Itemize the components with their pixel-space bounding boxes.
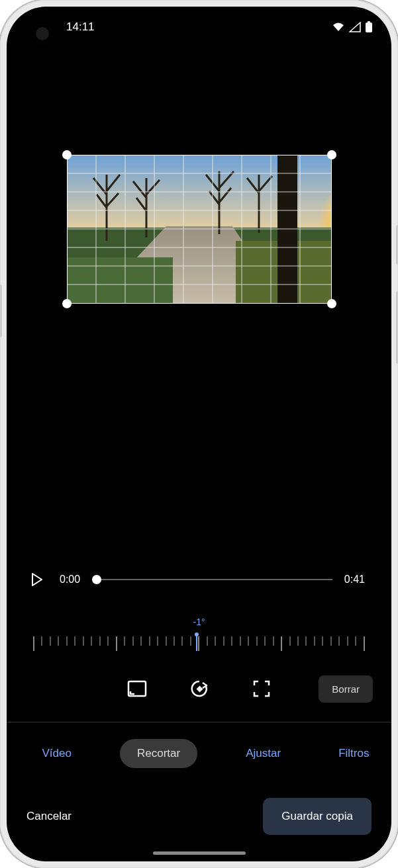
- cancel-button[interactable]: Cancelar: [26, 810, 72, 823]
- bottom-action-bar: Cancelar Guardar copia: [7, 785, 391, 861]
- tab-video[interactable]: Vídeo: [33, 740, 81, 767]
- crop-tool-row: Borrar: [7, 664, 391, 722]
- play-icon: [31, 573, 43, 586]
- save-copy-button[interactable]: Guardar copia: [263, 798, 372, 835]
- crop-handle-top-left[interactable]: [62, 150, 72, 159]
- svg-rect-30: [196, 686, 203, 693]
- playback-bar: 0:00 0:41: [7, 569, 391, 610]
- rotation-value-label: -1°: [33, 617, 365, 627]
- crop-handle-bottom-right[interactable]: [327, 299, 336, 308]
- tab-filters[interactable]: Filtros: [329, 740, 378, 767]
- battery-icon: [365, 21, 373, 33]
- svg-rect-1: [368, 21, 370, 23]
- ruler-marker[interactable]: [196, 634, 197, 651]
- crop-canvas[interactable]: [7, 48, 391, 569]
- clear-button[interactable]: Borrar: [319, 675, 373, 703]
- playback-timeline[interactable]: [92, 579, 332, 580]
- tab-crop[interactable]: Recortar: [120, 739, 197, 768]
- aspect-ratio-button[interactable]: [123, 674, 152, 703]
- ruler-ticks: [33, 636, 365, 651]
- rotate-icon: [189, 679, 209, 699]
- rotation-ruler[interactable]: [33, 631, 365, 651]
- video-crop-frame[interactable]: [67, 155, 332, 304]
- gesture-nav-bar[interactable]: [153, 851, 246, 855]
- crop-handle-bottom-left[interactable]: [62, 299, 72, 308]
- rotation-control[interactable]: -1°: [7, 610, 391, 664]
- perspective-button[interactable]: [247, 674, 276, 703]
- crop-handle-top-right[interactable]: [327, 150, 336, 159]
- phone-frame: 14:11: [0, 0, 398, 868]
- video-preview: [67, 155, 332, 304]
- wifi-icon: [332, 22, 345, 32]
- editor-content: 0:00 0:41 -1°: [7, 48, 391, 861]
- status-bar: 14:11: [7, 7, 391, 48]
- status-time: 14:11: [66, 21, 95, 34]
- aspect-ratio-icon: [127, 680, 147, 697]
- status-icons: [332, 21, 373, 33]
- svg-rect-6: [67, 257, 173, 304]
- screen: 14:11: [7, 7, 391, 861]
- svg-rect-0: [366, 22, 372, 32]
- tab-adjust[interactable]: Ajustar: [236, 740, 290, 767]
- frame-corners-icon: [252, 679, 271, 698]
- timeline-thumb[interactable]: [92, 575, 101, 584]
- cell-signal-icon: [349, 22, 361, 32]
- phone-side-button: [0, 284, 2, 337]
- editor-tabs: Vídeo Recortar Ajustar Filtros: [7, 722, 391, 785]
- playback-current-time: 0:00: [60, 574, 80, 586]
- play-button[interactable]: [26, 569, 48, 590]
- rotate-button[interactable]: [185, 674, 214, 703]
- playback-total-time: 0:41: [344, 574, 365, 586]
- front-camera: [33, 24, 52, 43]
